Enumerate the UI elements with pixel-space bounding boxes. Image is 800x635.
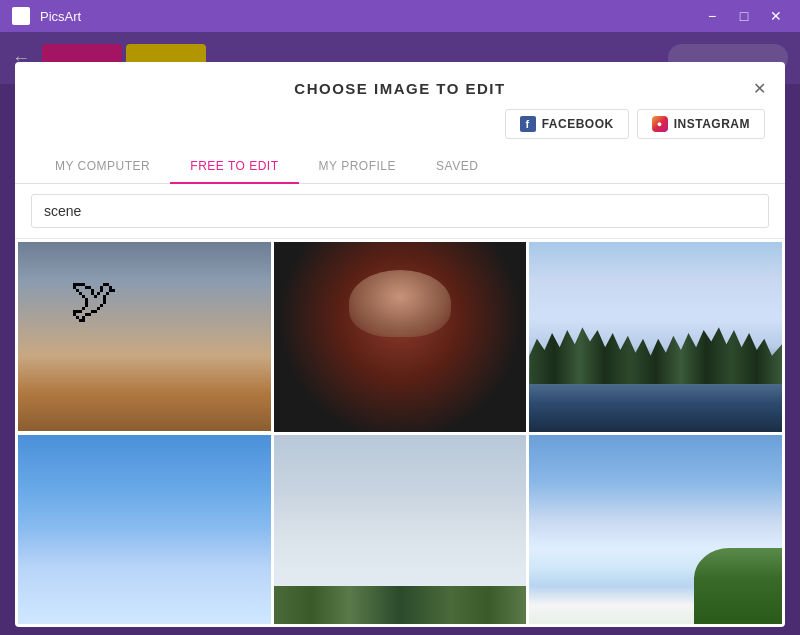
- facebook-button[interactable]: f FACEBOOK: [505, 109, 629, 139]
- titlebar: PicsArt − □ ✕: [0, 0, 800, 32]
- window-close-button[interactable]: ✕: [764, 4, 788, 28]
- social-buttons-row: f FACEBOOK ● INSTAGRAM: [15, 109, 785, 149]
- image-item-sky-snow[interactable]: [529, 242, 782, 432]
- tab-free-to-edit[interactable]: FREE TO EDIT: [170, 149, 298, 183]
- image-item-gray-sky[interactable]: [274, 435, 527, 625]
- maximize-button[interactable]: □: [732, 4, 756, 28]
- tab-saved[interactable]: SAVED: [416, 149, 498, 183]
- facebook-icon: f: [520, 116, 536, 132]
- search-bar: [15, 184, 785, 239]
- app-background: ← CHOOSE IMAGE TO EDIT ✕ f FACEBOOK ●: [0, 32, 800, 635]
- image-item-person[interactable]: [274, 242, 527, 432]
- instagram-label: INSTAGRAM: [674, 117, 750, 131]
- image-source-tabs: MY COMPUTER FREE TO EDIT MY PROFILE SAVE…: [15, 149, 785, 184]
- image-item-blue-sky[interactable]: [18, 435, 271, 624]
- modal-overlay: CHOOSE IMAGE TO EDIT ✕ f FACEBOOK ● INST…: [0, 32, 800, 635]
- modal-close-button[interactable]: ✕: [747, 76, 771, 100]
- titlebar-title: PicsArt: [40, 9, 81, 24]
- choose-image-modal: CHOOSE IMAGE TO EDIT ✕ f FACEBOOK ● INST…: [15, 62, 785, 627]
- facebook-label: FACEBOOK: [542, 117, 614, 131]
- window-controls: − □ ✕: [700, 4, 788, 28]
- modal-header: CHOOSE IMAGE TO EDIT ✕: [15, 62, 785, 109]
- instagram-icon: ●: [652, 116, 668, 132]
- search-input[interactable]: [31, 194, 769, 228]
- tab-my-profile[interactable]: MY PROFILE: [299, 149, 416, 183]
- instagram-button[interactable]: ● INSTAGRAM: [637, 109, 765, 139]
- modal-title: CHOOSE IMAGE TO EDIT: [294, 80, 505, 97]
- app-icon: [12, 7, 30, 25]
- minimize-button[interactable]: −: [700, 4, 724, 28]
- image-item-nature[interactable]: [529, 435, 782, 625]
- tab-my-computer[interactable]: MY COMPUTER: [35, 149, 170, 183]
- image-grid: [15, 239, 785, 627]
- image-item-angel[interactable]: [18, 242, 271, 431]
- titlebar-left: PicsArt: [12, 7, 81, 25]
